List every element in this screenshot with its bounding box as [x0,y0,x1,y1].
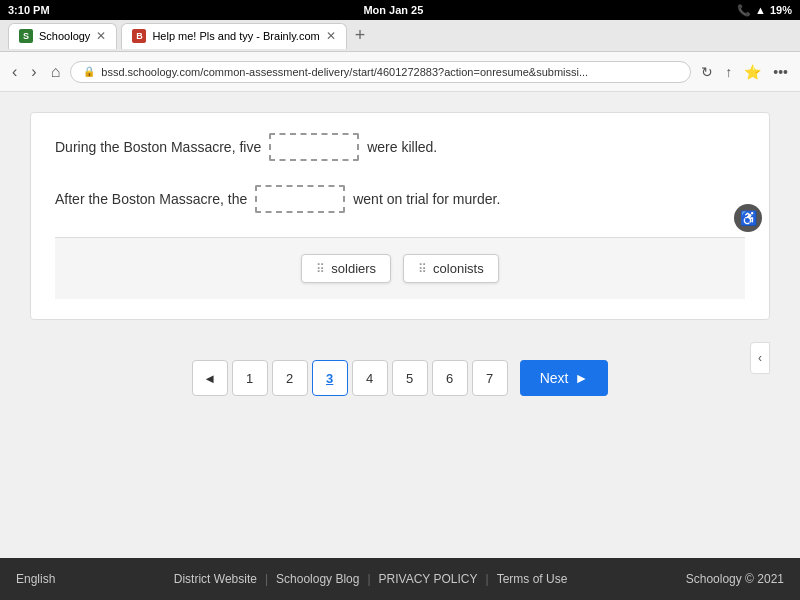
wifi-icon: ▲ [755,4,766,16]
page-btn-3[interactable]: 3 [312,360,348,396]
quiz-container: During the Boston Massacre, five were ki… [30,112,770,320]
lock-icon: 🔒 [83,66,95,77]
tab-schoology[interactable]: S Schoology ✕ [8,23,117,49]
sentence-row-1: During the Boston Massacre, five were ki… [55,133,745,161]
page-btn-5[interactable]: 5 [392,360,428,396]
battery-text: 19% [770,4,792,16]
sentence1-after: were killed. [367,139,437,155]
footer-privacy-policy[interactable]: PRIVACY POLICY [379,572,478,586]
sidebar-collapse-button[interactable]: ‹ [750,342,770,374]
sentence2-after: went on trial for murder. [353,191,500,207]
drag-icon-soldiers: ⠿ [316,262,325,276]
collapse-icon: ‹ [758,351,762,365]
drag-icon-colonists: ⠿ [418,262,427,276]
footer-district-website[interactable]: District Website [174,572,257,586]
option-soldiers[interactable]: ⠿ soldiers [301,254,391,283]
option-soldiers-label: soldiers [331,261,376,276]
tab-bar: S Schoology ✕ B Help me! Pls and tyy - B… [0,20,800,52]
forward-button[interactable]: › [27,59,40,85]
status-bar: 3:10 PM Mon Jan 25 📞 ▲ 19% [0,0,800,20]
tab-schoology-label: Schoology [39,30,90,42]
accessibility-icon: ♿ [740,210,757,226]
share-button[interactable]: ↑ [721,60,736,84]
footer-sep-1: | [265,572,268,586]
bookmark-button[interactable]: ⭐ [740,60,765,84]
option-colonists[interactable]: ⠿ colonists [403,254,499,283]
page-btn-7[interactable]: 7 [472,360,508,396]
address-bar: ‹ › ⌂ 🔒 bssd.schoology.com/common-assess… [0,52,800,92]
footer: English District Website | Schoology Blo… [0,558,800,600]
back-button[interactable]: ‹ [8,59,21,85]
footer-terms-of-use[interactable]: Terms of Use [497,572,568,586]
tab-schoology-close[interactable]: ✕ [96,29,106,43]
address-actions: ↻ ↑ ⭐ ••• [697,60,792,84]
prev-page-button[interactable]: ◄ [192,360,228,396]
page-btn-4[interactable]: 4 [352,360,388,396]
sentence-row-2: After the Boston Massacre, the went on t… [55,185,745,213]
accessibility-button[interactable]: ♿ [734,204,762,232]
page-btn-2[interactable]: 2 [272,360,308,396]
url-bar[interactable]: 🔒 bssd.schoology.com/common-assessment-d… [70,61,691,83]
option-colonists-label: colonists [433,261,484,276]
footer-sep-2: | [367,572,370,586]
pagination-area: ◄ 1 2 3 4 5 6 7 Next ► [30,340,770,436]
page-btn-6[interactable]: 6 [432,360,468,396]
next-button[interactable]: Next ► [520,360,609,396]
page-btn-1[interactable]: 1 [232,360,268,396]
content-wrapper: ♿ During the Boston Massacre, five were … [30,112,770,436]
new-tab-button[interactable]: + [351,25,370,46]
next-label: Next [540,370,569,386]
sentence1-before: During the Boston Massacre, five [55,139,261,155]
more-button[interactable]: ••• [769,60,792,84]
next-arrow: ► [574,370,588,386]
tab-brainly[interactable]: B Help me! Pls and tyy - Brainly.com ✕ [121,23,346,49]
home-button[interactable]: ⌂ [47,59,65,85]
url-text: bssd.schoology.com/common-assessment-del… [101,66,678,78]
sentence2-before: After the Boston Massacre, the [55,191,247,207]
footer-copyright: Schoology © 2021 [686,572,784,586]
footer-sep-3: | [486,572,489,586]
main-content: ♿ During the Boston Massacre, five were … [0,92,800,456]
schoology-favicon: S [19,29,33,43]
tab-brainly-close[interactable]: ✕ [326,29,336,43]
drop-zone-1[interactable] [269,133,359,161]
footer-links: District Website | Schoology Blog | PRIV… [174,572,568,586]
status-time: 3:10 PM [8,4,50,16]
drop-zone-2[interactable] [255,185,345,213]
tab-brainly-label: Help me! Pls and tyy - Brainly.com [152,30,319,42]
footer-language: English [16,572,55,586]
footer-schoology-blog[interactable]: Schoology Blog [276,572,359,586]
brainly-favicon: B [132,29,146,43]
status-date: Mon Jan 25 [363,4,423,16]
answer-options: ⠿ soldiers ⠿ colonists [55,237,745,299]
phone-icon: 📞 [737,4,751,17]
reload-button[interactable]: ↻ [697,60,717,84]
status-right: 📞 ▲ 19% [737,4,792,17]
